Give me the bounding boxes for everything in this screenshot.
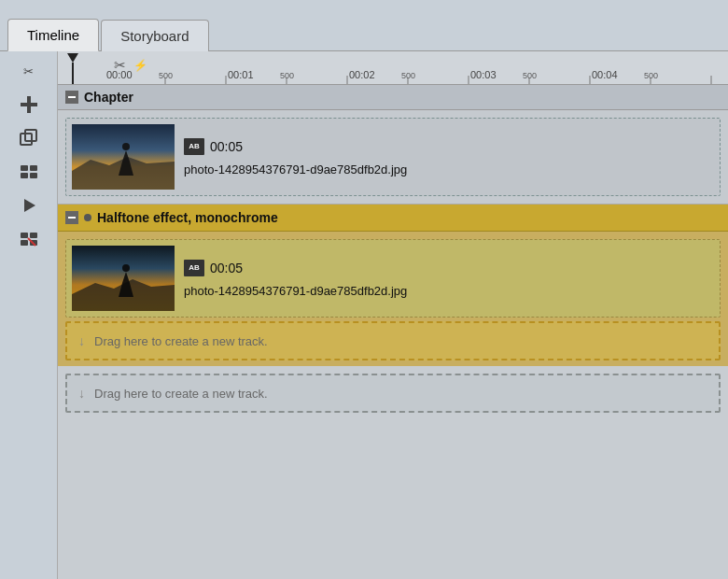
split-marker-icon[interactable]: ⚡ (133, 59, 147, 72)
tab-storyboard[interactable]: Storyboard (101, 20, 208, 51)
chapter-header: Chapter (58, 85, 728, 110)
playhead-line (72, 63, 74, 84)
play-icon[interactable] (10, 190, 48, 221)
svg-text:500: 500 (401, 71, 415, 80)
playhead-triangle (67, 53, 78, 63)
effect-title: Halftone effect, monochrome (97, 210, 278, 225)
svg-point-32 (122, 143, 130, 150)
svg-point-36 (122, 264, 130, 272)
drag-down-icon-yellow: ↓ (78, 333, 85, 348)
svg-rect-7 (30, 173, 37, 178)
svg-rect-4 (21, 165, 28, 171)
svg-rect-10 (21, 240, 28, 246)
chapter-track-thumbnail (72, 124, 175, 190)
cut-icon[interactable]: ✂ (10, 55, 48, 87)
effect-track-filename: photo-1428954376791-d9ae785dfb2d.jpg (184, 284, 714, 298)
chapter-track-area: AB 00:05 photo-1428954376791-d9ae785dfb2… (58, 110, 728, 205)
app-container: Timeline Storyboard ✂ (0, 0, 728, 579)
svg-rect-9 (21, 233, 28, 238)
svg-rect-11 (30, 233, 37, 238)
drag-zone-gray-wrapper: ↓ Drag here to create a new track. (58, 366, 728, 420)
drag-zone-yellow-label: Drag here to create a new track. (94, 334, 268, 348)
chapter-duration-row: AB 00:05 (184, 138, 714, 155)
svg-rect-5 (21, 173, 28, 178)
add-track-icon[interactable] (10, 89, 48, 120)
chapter-track-info: AB 00:05 photo-1428954376791-d9ae785dfb2… (184, 138, 714, 177)
svg-rect-6 (30, 165, 37, 171)
thumb-photo-1 (72, 124, 175, 190)
svg-text:500: 500 (159, 71, 173, 80)
ruler-subticks: 500 500 500 500 500 (105, 71, 728, 84)
svg-text:500: 500 (644, 71, 658, 80)
drag-zone-yellow[interactable]: ↓ Drag here to create a new track. (65, 321, 721, 360)
drag-down-icon-gray: ↓ (78, 386, 85, 401)
chapter-track-duration: 00:05 (210, 139, 243, 154)
chapter-collapse-btn[interactable] (65, 91, 78, 104)
ruler: ✂ ⚡ 00:00 00:01 00:02 (58, 51, 728, 85)
ruler-icons: ✂ ⚡ (114, 57, 147, 74)
drag-zone-gray-label: Drag here to create a new track. (94, 387, 268, 401)
svg-marker-8 (24, 199, 35, 212)
chapter-title: Chapter (84, 90, 133, 105)
effect-track-thumbnail (72, 246, 175, 311)
effect-section: Halftone effect, monochrome (58, 205, 728, 366)
ab-icon-1: AB (184, 138, 204, 155)
clone-icon[interactable] (10, 122, 48, 154)
remove-icon[interactable] (10, 223, 48, 255)
drag-zone-gray[interactable]: ↓ Drag here to create a new track. (65, 374, 721, 413)
svg-rect-1 (27, 96, 31, 113)
chapter-section: Chapter (58, 85, 728, 205)
effect-track-info: AB 00:05 photo-1428954376791-d9ae785dfb2… (184, 260, 714, 298)
effect-track-area: AB 00:05 photo-1428954376791-d9ae785dfb2… (58, 232, 728, 366)
effect-collapse-btn[interactable] (65, 211, 78, 224)
main-content: ✂ (0, 50, 728, 579)
tracks-container: Chapter (58, 85, 728, 579)
playhead[interactable] (67, 51, 78, 84)
left-toolbar: ✂ (0, 51, 58, 579)
effect-duration-row: AB 00:05 (184, 260, 714, 276)
chapter-track-filename: photo-1428954376791-d9ae785dfb2d.jpg (184, 162, 714, 177)
tab-bar: Timeline Storyboard (0, 0, 728, 50)
tab-timeline[interactable]: Timeline (7, 19, 99, 51)
svg-text:500: 500 (523, 71, 537, 80)
effect-header: Halftone effect, monochrome (58, 205, 728, 232)
effect-track-row: AB 00:05 photo-1428954376791-d9ae785dfb2… (65, 239, 721, 318)
chapter-track-row: AB 00:05 photo-1428954376791-d9ae785dfb2… (65, 118, 721, 196)
timeline-area: ✂ ⚡ 00:00 00:01 00:02 (58, 51, 728, 579)
effect-track-duration: 00:05 (210, 261, 243, 275)
scissors-icon[interactable]: ✂ (114, 57, 126, 74)
svg-text:500: 500 (280, 71, 294, 80)
effect-dot (84, 214, 91, 221)
split-icon[interactable] (10, 156, 48, 188)
thumb-photo-2 (72, 246, 175, 311)
ab-icon-2: AB (184, 260, 204, 276)
